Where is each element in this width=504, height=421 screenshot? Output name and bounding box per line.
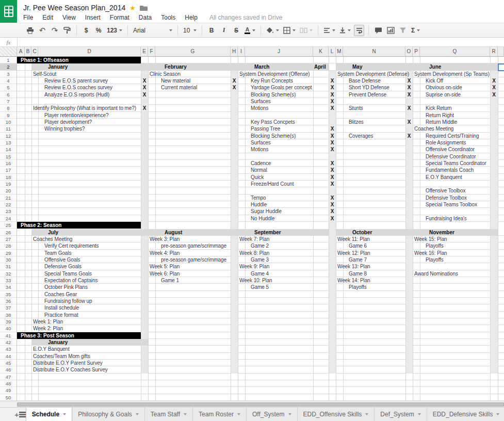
menu-insert[interactable]: Insert — [80, 14, 105, 21]
x-mark-l24[interactable]: X — [329, 215, 336, 222]
print-button[interactable] — [25, 25, 35, 36]
menu-data[interactable]: Data — [134, 14, 156, 21]
column-header-p[interactable]: P — [413, 47, 420, 57]
row-header-1[interactable]: 1 — [0, 57, 17, 63]
document-title[interactable]: Jr. Pee Wee Season Plan_2014 — [23, 4, 125, 12]
cell-i5[interactable]: Yardage Goals per concept — [251, 84, 312, 91]
row-header-6[interactable]: 6 — [0, 91, 17, 98]
row-header-32[interactable]: 32 — [0, 270, 17, 277]
cell-p9[interactable]: Return Right — [426, 112, 454, 119]
cell-c34[interactable]: October Pink Plans — [44, 284, 88, 290]
cell-p12[interactable]: Required Certs/Training — [426, 133, 479, 139]
x-mark-l5[interactable]: X — [329, 84, 336, 91]
row-header-14[interactable]: 14 — [0, 146, 17, 153]
cell-m34[interactable]: Playoffs — [349, 284, 367, 290]
column-header-r[interactable]: R — [490, 47, 498, 57]
bold-button[interactable]: B — [206, 25, 217, 36]
x-mark-o12[interactable]: X — [405, 133, 413, 139]
cell-f4[interactable]: New material — [161, 77, 190, 84]
column-header-g[interactable]: G — [155, 47, 231, 57]
font-size-select[interactable]: 10 — [181, 27, 199, 34]
month-bar[interactable] — [238, 229, 329, 236]
cell-c9[interactable]: Player retention/experience? — [44, 112, 109, 119]
text-color-button[interactable]: A — [243, 25, 256, 36]
sheet-tab-philosophy-goals[interactable]: Philosophy & Goals — [72, 408, 145, 421]
cell-i16[interactable]: Cadence — [251, 160, 271, 167]
row-header-5[interactable]: 5 — [0, 84, 17, 91]
row-header-24[interactable]: 24 — [0, 215, 17, 222]
cell-i22[interactable]: Huddle — [251, 201, 267, 208]
cell-p3[interactable]: System Development (Sp Teams) — [414, 71, 490, 77]
cell-m30[interactable]: Game 7 — [349, 256, 367, 263]
cell-m33[interactable]: Week 14: Plan — [337, 277, 370, 284]
x-mark-o4[interactable]: X — [405, 77, 413, 84]
undo-button[interactable]: ↶ — [37, 25, 47, 36]
cell-p29[interactable]: Week 16: Plan — [414, 250, 447, 256]
sheet-tab-team-staff[interactable]: Team Staff — [145, 408, 193, 421]
phase-bar[interactable]: Phase 3: Post Season — [17, 332, 141, 339]
column-header-l[interactable]: L — [329, 47, 336, 57]
row-header-45[interactable]: 45 — [0, 360, 17, 366]
cell-i30[interactable]: Game 3 — [251, 256, 269, 263]
cell-c5[interactable]: Review E.O.S coaches survey — [44, 84, 112, 91]
x-mark-l12[interactable]: X — [329, 133, 336, 139]
month-bar[interactable] — [413, 63, 498, 70]
row-header-44[interactable]: 44 — [0, 353, 17, 360]
row-header-16[interactable]: 16 — [0, 160, 17, 167]
row-header-34[interactable]: 34 — [0, 284, 17, 290]
cell-p30[interactable]: Playoffs — [426, 256, 444, 263]
row-header-49[interactable]: 49 — [0, 387, 17, 394]
row-header-28[interactable]: 28 — [0, 242, 17, 249]
row-header-43[interactable]: 43 — [0, 346, 17, 352]
row-header-18[interactable]: 18 — [0, 174, 17, 181]
row-header-31[interactable]: 31 — [0, 263, 17, 270]
cell-i29[interactable]: Week 8: Plan — [239, 250, 269, 256]
phase-bar[interactable]: Phase 2: Season — [17, 222, 141, 229]
number-format-button[interactable]: 123 — [106, 25, 123, 36]
horizontal-align-button[interactable] — [322, 25, 336, 36]
cell-i8[interactable]: Motions — [251, 105, 268, 111]
row-header-30[interactable]: 30 — [0, 256, 17, 263]
cell-m5[interactable]: Short YD Defense — [349, 84, 389, 91]
cell-c6[interactable]: Analyze E.O.S reports (Hudl) — [44, 91, 109, 98]
column-header-k[interactable]: K — [313, 47, 329, 57]
phase-bar[interactable]: Phase 1: Offseason — [17, 57, 141, 63]
column-header-a[interactable]: A — [17, 47, 25, 57]
row-header-10[interactable]: 10 — [0, 119, 17, 125]
cell-i17[interactable]: Normal — [251, 167, 267, 173]
cell-m27[interactable]: Week 11: Plan — [337, 236, 370, 242]
cell-i4[interactable]: Key Run Concepts — [251, 77, 293, 84]
cell-p20[interactable]: Offensive Toolbox — [426, 187, 465, 194]
cell-f31[interactable]: Week 5: Plan — [150, 263, 180, 270]
cell-p13[interactable]: Role Assignments — [426, 139, 466, 146]
row-header-46[interactable]: 46 — [0, 366, 17, 373]
row-header-29[interactable]: 29 — [0, 250, 17, 256]
row-header-26[interactable]: 26 — [0, 229, 17, 236]
sheet-tab-edd-defensive-skills[interactable]: EDD_Defensive Skills — [427, 408, 504, 421]
merge-cells-button[interactable] — [299, 25, 314, 36]
cell-i24[interactable]: No Huddle — [251, 215, 274, 222]
menu-tools[interactable]: Tools — [156, 14, 180, 21]
cell-i12[interactable]: Blocking Scheme(s) — [251, 133, 296, 139]
cell-m28[interactable]: Game 6 — [349, 242, 367, 249]
cell-m3[interactable]: System Development (Defense) — [337, 71, 409, 77]
month-bar[interactable] — [148, 229, 238, 236]
horizontal-scrollbar-thumb[interactable] — [17, 402, 504, 407]
cell-m4[interactable]: Base Defense — [349, 77, 381, 84]
row-header-41[interactable]: 41 — [0, 332, 17, 339]
cell-p18[interactable]: E.O.Y Banquent — [426, 174, 462, 181]
cell-p5[interactable]: Obvious on-side — [426, 84, 462, 91]
cell-m8[interactable]: Stunts — [349, 105, 363, 111]
x-mark-l8[interactable]: X — [329, 105, 336, 111]
cell-c27[interactable]: Coaches Meeting — [33, 236, 72, 242]
insert-comment-button[interactable] — [373, 25, 383, 36]
column-header-m[interactable]: M — [336, 47, 343, 57]
cell-m10[interactable]: Blitzes — [349, 119, 364, 125]
fill-color-button[interactable] — [265, 25, 280, 36]
column-header-h[interactable]: H — [231, 47, 238, 57]
cell-m12[interactable]: Coverages — [349, 133, 373, 139]
cell-p14[interactable]: Offensive Coordinator — [426, 146, 475, 153]
borders-button[interactable] — [282, 25, 297, 36]
x-mark-o5[interactable]: X — [405, 84, 413, 91]
row-header-20[interactable]: 20 — [0, 187, 17, 194]
